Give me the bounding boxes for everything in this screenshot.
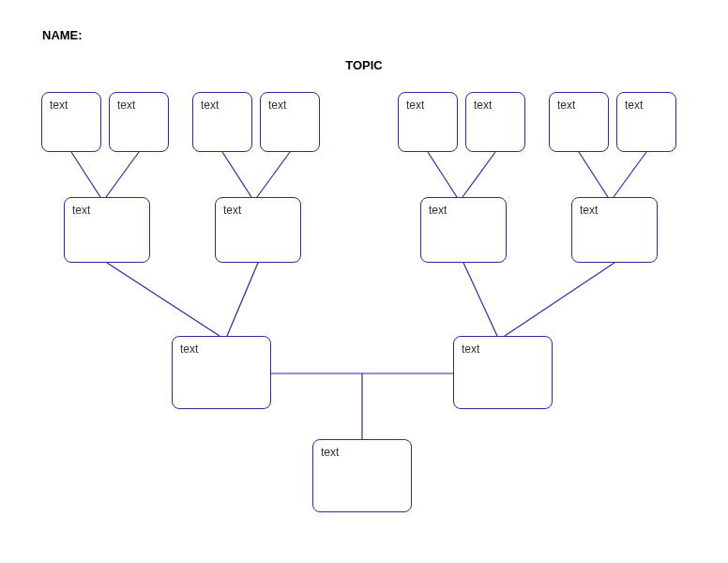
tree-node-r1-3[interactable]: text	[192, 92, 252, 152]
svg-line-1	[106, 152, 139, 197]
node-text: text	[625, 99, 643, 112]
tree-node-r2-1[interactable]: text	[64, 197, 150, 263]
svg-line-0	[71, 152, 100, 197]
node-text: text	[557, 99, 575, 112]
tree-node-r2-4[interactable]: text	[571, 197, 658, 263]
name-field-label: NAME:	[42, 28, 83, 42]
node-text: text	[321, 446, 339, 459]
tree-node-r2-3[interactable]: text	[420, 197, 507, 263]
tree-node-r2-2[interactable]: text	[215, 197, 301, 263]
node-text: text	[580, 204, 598, 217]
svg-line-6	[579, 152, 608, 197]
svg-line-10	[463, 263, 497, 336]
tree-node-r1-8[interactable]: text	[616, 92, 676, 152]
svg-line-4	[428, 152, 457, 197]
node-text: text	[180, 342, 198, 356]
svg-line-3	[257, 152, 290, 197]
svg-line-8	[107, 263, 220, 336]
svg-line-11	[505, 263, 614, 336]
tree-node-r1-7[interactable]: text	[549, 92, 609, 152]
tree-node-r1-2[interactable]: text	[109, 92, 169, 152]
node-text: text	[474, 99, 492, 112]
node-text: text	[50, 99, 68, 112]
tree-node-r1-5[interactable]: text	[398, 92, 458, 152]
node-text: text	[462, 342, 479, 356]
node-text: text	[223, 204, 241, 217]
node-text: text	[268, 99, 286, 112]
tree-node-r3-1[interactable]: text	[172, 336, 271, 409]
tree-node-r3-2[interactable]: text	[453, 336, 553, 409]
tree-node-r4-1[interactable]: text	[312, 439, 412, 512]
node-text: text	[201, 99, 219, 112]
topic-label: TOPIC	[0, 58, 728, 72]
tree-node-r1-4[interactable]: text	[260, 92, 320, 152]
svg-line-9	[227, 263, 258, 336]
tree-node-r1-6[interactable]: text	[465, 92, 525, 152]
svg-line-7	[614, 152, 646, 197]
node-text: text	[117, 99, 135, 112]
svg-line-2	[222, 152, 251, 197]
tree-node-r1-1[interactable]: text	[41, 92, 101, 152]
node-text: text	[406, 99, 424, 112]
svg-line-5	[463, 152, 495, 197]
node-text: text	[72, 204, 90, 217]
node-text: text	[429, 204, 447, 217]
